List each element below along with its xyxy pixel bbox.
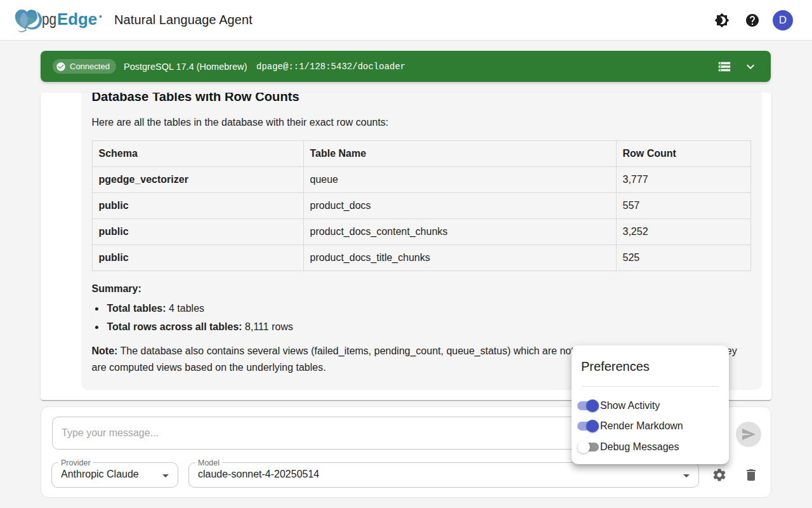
svg-text:Edge: Edge [57,10,97,29]
svg-text:pg: pg [42,10,56,29]
